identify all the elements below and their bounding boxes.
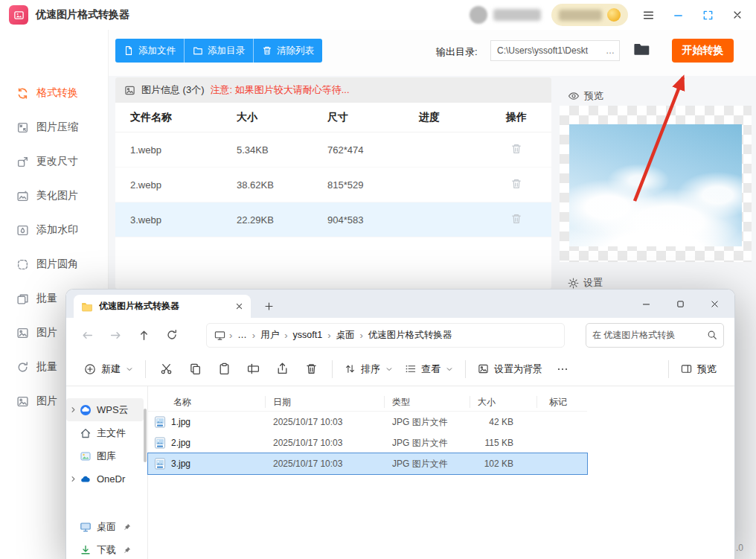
sidebar-item-resize[interactable]: 更改尺寸 xyxy=(0,144,108,179)
gear-icon xyxy=(568,278,579,289)
sidebar-item-desktop[interactable]: 桌面 xyxy=(66,515,148,538)
minimize-button[interactable] xyxy=(668,5,688,25)
refresh-icon[interactable] xyxy=(166,329,178,341)
cell-file-size: 22.29KB xyxy=(237,214,327,226)
new-button[interactable]: 新建 xyxy=(78,362,139,376)
plus-circle-icon xyxy=(84,363,96,375)
user-account-blurred[interactable] xyxy=(470,6,541,24)
set-background-button[interactable]: 设置为背景 xyxy=(472,362,548,376)
sidebar-item-downloads[interactable]: 下载 xyxy=(66,538,148,559)
sidebar-item-home[interactable]: 主文件 xyxy=(66,421,148,444)
sidebar-item-watermark[interactable]: 添加水印 xyxy=(0,213,108,247)
sidebar-item-label: 美化图片 xyxy=(36,189,78,202)
this-pc-icon[interactable] xyxy=(214,330,225,341)
resize-icon xyxy=(16,156,29,168)
rename-icon[interactable] xyxy=(239,362,268,375)
view-button[interactable]: 查看 xyxy=(399,362,459,376)
output-dir-input[interactable] xyxy=(491,45,606,56)
forward-icon[interactable] xyxy=(109,329,122,342)
delete-row-button[interactable] xyxy=(510,213,522,225)
app-titlebar: 优速图片格式转换器 xyxy=(0,0,756,30)
watermark-icon xyxy=(16,224,29,237)
preview-section-label: 预览 xyxy=(568,89,603,103)
output-more-ellipsis[interactable]: … xyxy=(606,45,619,56)
delete-row-button[interactable] xyxy=(510,178,522,190)
file-type: JPG 图片文件 xyxy=(385,416,470,429)
col-header-size[interactable]: 大小 xyxy=(470,396,537,408)
explorer-minimize-button[interactable] xyxy=(629,290,663,318)
jpg-file-icon xyxy=(154,437,166,449)
col-header-name[interactable]: 名称 xyxy=(148,396,266,408)
search-input[interactable] xyxy=(592,330,702,340)
breadcrumb-item[interactable]: 用户 xyxy=(257,329,282,342)
delete-icon[interactable] xyxy=(297,362,326,375)
expand-chevron-icon[interactable] xyxy=(70,406,77,413)
sidebar-item-label: 图片 xyxy=(36,395,57,408)
sidebar-item-image-compress[interactable]: 图片压缩 xyxy=(0,110,108,144)
file-icon xyxy=(124,45,134,56)
menu-icon[interactable] xyxy=(638,5,658,25)
sort-button[interactable]: 排序 xyxy=(339,362,399,376)
cut-icon[interactable] xyxy=(152,362,181,375)
close-button[interactable] xyxy=(728,5,747,25)
breadcrumb-collapsed[interactable]: … xyxy=(234,330,250,340)
file-date: 2025/10/17 10:03 xyxy=(266,417,385,427)
file-row-selected[interactable]: 3.jpg 2025/10/17 10:03 JPG 图片文件 102 KB xyxy=(148,453,587,474)
chevron-down-icon xyxy=(385,365,393,373)
expand-chevron-icon[interactable] xyxy=(70,476,77,482)
search-icon[interactable] xyxy=(707,330,717,340)
sidebar-item-round-corner[interactable]: 图片圆角 xyxy=(0,247,108,281)
tab-close-icon[interactable] xyxy=(235,302,243,310)
add-folder-button[interactable]: 添加目录 xyxy=(185,39,254,63)
maximize-button[interactable] xyxy=(698,5,717,25)
back-icon[interactable] xyxy=(81,329,94,342)
sidebar-item-format-convert[interactable]: 格式转换 xyxy=(0,76,108,110)
sidebar-item-onedrive[interactable]: OneDr xyxy=(66,467,148,491)
col-header-size: 大小 xyxy=(237,111,327,124)
sidebar-item-label: 更改尺寸 xyxy=(36,155,78,168)
sidebar-item-label: OneDr xyxy=(97,473,125,485)
chevron-right-icon: › xyxy=(327,330,330,341)
new-tab-button[interactable] xyxy=(260,297,278,315)
col-header-date[interactable]: 日期 xyxy=(266,396,385,408)
breadcrumb-item[interactable]: yssoft1 xyxy=(290,330,326,340)
up-icon[interactable] xyxy=(138,329,150,342)
breadcrumb-item[interactable]: 桌面 xyxy=(333,329,357,342)
explorer-tab[interactable]: 优速图片格式转换器 xyxy=(74,295,251,318)
settings-section-label[interactable]: 设置 xyxy=(568,276,603,290)
explorer-close-button[interactable] xyxy=(697,290,731,318)
membership-badge-blurred[interactable] xyxy=(551,4,628,26)
wps-cloud-icon xyxy=(80,404,92,416)
eye-icon xyxy=(568,90,580,102)
file-row[interactable]: 2.jpg 2025/10/17 10:03 JPG 图片文件 115 KB xyxy=(148,432,587,453)
copy-icon[interactable] xyxy=(181,362,210,375)
sidebar-item-gallery[interactable]: 图库 xyxy=(66,444,148,467)
preview-toggle-button[interactable]: 预览 xyxy=(675,362,723,376)
table-row[interactable]: 3.webp 22.29KB 904*583 xyxy=(115,202,551,237)
sidebar-item-wps-cloud[interactable]: WPS云 xyxy=(66,398,144,421)
delete-row-button[interactable] xyxy=(510,143,522,155)
clear-list-button[interactable]: 清除列表 xyxy=(254,39,322,63)
col-header-tags[interactable]: 标记 xyxy=(537,396,587,408)
breadcrumb-item[interactable]: 优速图片格式转换器 xyxy=(365,329,455,342)
more-options-icon[interactable] xyxy=(548,363,577,375)
file-row[interactable]: 1.jpg 2025/10/17 10:03 JPG 图片文件 42 KB xyxy=(148,412,587,432)
explorer-sidebar: WPS云 主文件 图库 OneDr 桌面 xyxy=(66,386,148,559)
preview-image xyxy=(569,124,742,246)
sidebar-item-label: 图库 xyxy=(97,450,116,463)
paste-icon[interactable] xyxy=(210,362,239,375)
rotate-icon xyxy=(16,361,29,374)
table-row[interactable]: 1.webp 5.34KB 762*474 xyxy=(115,132,551,167)
col-header-action: 操作 xyxy=(506,111,551,124)
share-icon[interactable] xyxy=(268,362,297,375)
sidebar-scrollbar[interactable] xyxy=(144,409,147,462)
sidebar-item-beautify[interactable]: 美化图片 xyxy=(0,179,108,213)
browse-folder-button[interactable] xyxy=(634,42,650,57)
col-header-type[interactable]: 类型 xyxy=(385,396,470,408)
explorer-maximize-button[interactable] xyxy=(663,290,697,318)
add-file-button[interactable]: 添加文件 xyxy=(115,39,185,63)
table-row[interactable]: 2.webp 38.62KB 815*529 xyxy=(115,167,551,202)
start-convert-button[interactable]: 开始转换 xyxy=(672,39,734,63)
preview-panel-icon xyxy=(681,363,692,374)
set-background-label: 设置为背景 xyxy=(494,362,542,376)
